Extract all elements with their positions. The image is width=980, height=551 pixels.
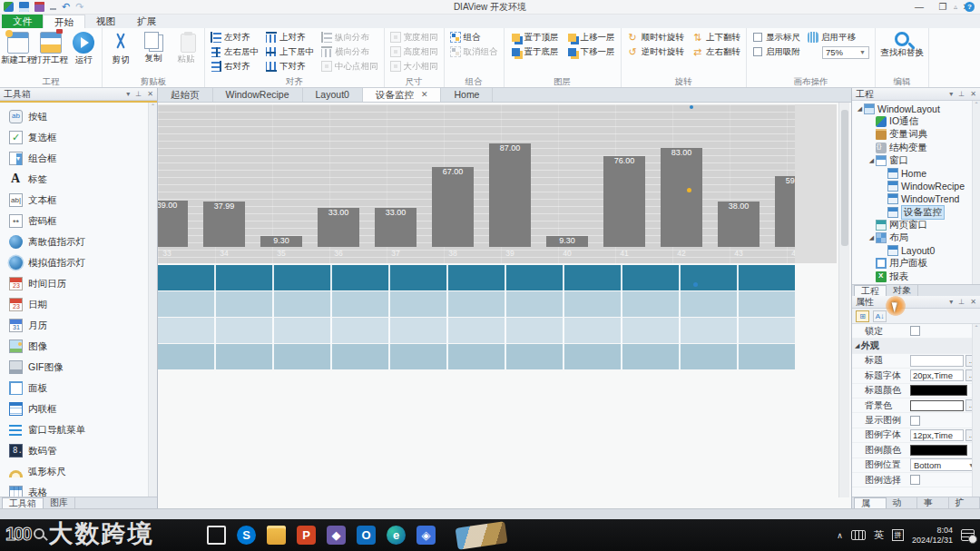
tree-item-Home[interactable]: Home (852, 167, 980, 180)
project-tree-scrollbar[interactable]: ⌃ (972, 101, 980, 284)
close-tab-icon[interactable]: ✕ (421, 88, 428, 102)
tree-item-IO通信[interactable]: IO通信 (852, 115, 980, 128)
canvas-zoom-select[interactable]: 75%▼ (822, 46, 869, 59)
enable-snap-checkbox-button[interactable]: 启用吸附 (750, 44, 803, 59)
canvas-content[interactable]: 39.003337.99349.303533.003633.003767.003… (158, 103, 851, 497)
property-checkbox[interactable] (910, 326, 920, 336)
tree-item-布局[interactable]: ◢布局 (852, 231, 980, 244)
outlook-icon[interactable]: O (357, 526, 376, 545)
flip-horizontal-button[interactable]: ⇄左右翻转 (689, 44, 743, 59)
bring-forward-button[interactable]: 上移一层 (564, 30, 618, 44)
canvas-tab-Home[interactable]: Home (441, 88, 493, 102)
clock[interactable]: 8:04 2024/12/31 (912, 526, 953, 546)
chart-bar[interactable] (661, 148, 702, 247)
tree-item-Layout0[interactable]: Layout0 (852, 244, 980, 257)
device-table-row[interactable] (158, 291, 795, 317)
property-select[interactable]: Bottom▼ (910, 458, 978, 471)
toolbox-item-月历[interactable]: 月历 (0, 315, 157, 336)
toolbox-item-GIF图像[interactable]: GIF图像 (0, 357, 157, 378)
tree-item-结构变量[interactable]: 结构变量 (852, 142, 980, 154)
dropdown-icon[interactable]: ▾ (949, 90, 953, 98)
tree-item-WindowRecipe[interactable]: WindowRecipe (852, 180, 980, 192)
toolbox-item-组合框[interactable]: 组合框 (0, 148, 157, 169)
open-project-button[interactable]: 打开工程 (35, 30, 66, 66)
canvas-tab-Layout0[interactable]: Layout0 (303, 88, 363, 102)
align-bottom-button[interactable]: 下对齐 (263, 59, 317, 74)
app-icon-2[interactable]: ◈ (416, 526, 436, 545)
ribbon-tab-开始[interactable]: 开始 (43, 15, 85, 28)
project-tab-对象[interactable]: 对象 (887, 285, 918, 296)
collapse-node-icon[interactable]: ◢ (867, 157, 876, 164)
color-swatch[interactable] (910, 385, 967, 396)
chart-bar[interactable] (603, 156, 645, 247)
tree-item-报表[interactable]: 报表 (852, 270, 980, 282)
color-swatch[interactable] (910, 400, 964, 411)
chart-bar[interactable] (489, 143, 531, 247)
properties-tab-扩展[interactable]: 扩展 (949, 497, 980, 508)
properties-tab-属性[interactable]: 属性 (854, 497, 887, 508)
align-right-button[interactable]: 右对齐 (208, 59, 261, 74)
property-text-input[interactable] (910, 355, 964, 367)
tray-expand-icon[interactable]: ∧ (837, 531, 843, 540)
property-text-input[interactable]: 12px,Time (910, 429, 964, 441)
device-table-control[interactable] (158, 265, 795, 370)
new-project-button[interactable]: 新建工程 (3, 30, 34, 66)
align-center-h-button[interactable]: 左右居中 (208, 44, 261, 59)
zoom-select-button[interactable]: 75%▼ (805, 44, 872, 59)
toolbox-scrollbar[interactable]: ⌃ (148, 103, 157, 497)
minimize-button[interactable]: — (907, 0, 931, 14)
dropdown-icon[interactable]: ▾ (949, 298, 953, 306)
align-center-v-button[interactable]: 上下居中 (263, 44, 317, 59)
help-icon[interactable]: ? (965, 2, 975, 12)
group-button[interactable]: 组合 (447, 30, 501, 44)
ime-mode-icon[interactable]: 拼 (892, 529, 904, 541)
property-checkbox[interactable] (910, 416, 920, 426)
app-icon-1[interactable]: ◆ (327, 526, 346, 545)
toolbox-item-复选框[interactable]: 复选框 (0, 127, 157, 148)
toolbox-item-按钮[interactable]: 按钮 (0, 106, 157, 127)
vertical-scrollbar[interactable] (838, 103, 849, 497)
toolbox-tab-工具箱[interactable]: 工具箱 (2, 497, 44, 508)
toolbox-item-弧形标尺[interactable]: 弧形标尺 (0, 461, 157, 482)
pan-button[interactable]: 启用平移 (805, 30, 872, 44)
toolbox-item-离散值指示灯[interactable]: 离散值指示灯 (0, 231, 157, 252)
properties-scrollbar[interactable]: ⌃ (972, 324, 980, 497)
ribbon-tab-文件[interactable]: 文件 (2, 15, 43, 28)
toolbox-item-密码框[interactable]: 密码框 (0, 211, 157, 231)
rotate-ccw-button[interactable]: ↺逆时针旋转 (624, 44, 688, 59)
flip-vertical-button[interactable]: ⇅上下翻转 (689, 30, 743, 44)
canvas-tab-设备监控[interactable]: 设备监控✕ (363, 88, 442, 102)
file-explorer-icon[interactable] (267, 526, 286, 545)
toolbox-item-面板[interactable]: 面板 (0, 378, 157, 398)
tree-item-变量词典[interactable]: 变量词典 (852, 128, 980, 141)
categorize-icon[interactable]: ⊞ (856, 310, 869, 322)
send-to-back-button[interactable]: 置于底层 (507, 44, 562, 59)
tree-item-设备监控[interactable]: 设备监控 (852, 206, 980, 219)
cut-button[interactable]: 剪切 (105, 30, 136, 66)
device-table-row[interactable] (158, 318, 795, 343)
copy-button[interactable]: 复制 (138, 30, 169, 64)
dropdown-icon[interactable]: ▾ (126, 90, 130, 98)
touch-keyboard-icon[interactable] (851, 530, 866, 540)
powerpoint-icon[interactable]: P (297, 526, 316, 545)
pin-icon[interactable]: ⊥ (135, 90, 142, 98)
ime-language-indicator[interactable]: 英 (874, 528, 884, 542)
device-table-row[interactable] (158, 265, 795, 290)
toolbox-item-时间日历[interactable]: 时间日历 (0, 273, 157, 294)
collapse-node-icon[interactable]: ◢ (856, 105, 864, 113)
ribbon-tab-视图[interactable]: 视图 (85, 15, 126, 28)
property-category-外观[interactable]: ◢外观 (852, 339, 980, 353)
tree-item-网页窗口[interactable]: 网页窗口 (852, 219, 980, 231)
toolbox-item-窗口导航菜单[interactable]: 窗口导航菜单 (0, 419, 157, 440)
close-panel-icon[interactable]: ✕ (147, 90, 153, 98)
tree-item-WindowLayout[interactable]: ◢WindowLayout (852, 103, 980, 115)
tree-item-WindowTrend[interactable]: WindowTrend (852, 192, 980, 205)
canvas-tab-WindowRecipe[interactable]: WindowRecipe (213, 88, 303, 102)
collapse-node-icon[interactable]: ◢ (867, 234, 876, 241)
maximize-button[interactable]: ❐ (931, 0, 955, 14)
notification-center-icon[interactable] (961, 529, 975, 541)
toolbox-item-数码管[interactable]: 数码管 (0, 440, 157, 461)
find-replace-button[interactable]: 查找和替换 (878, 30, 926, 59)
toolbox-item-表格[interactable]: 表格 (0, 482, 157, 497)
align-top-button[interactable]: 上对齐 (263, 30, 317, 44)
